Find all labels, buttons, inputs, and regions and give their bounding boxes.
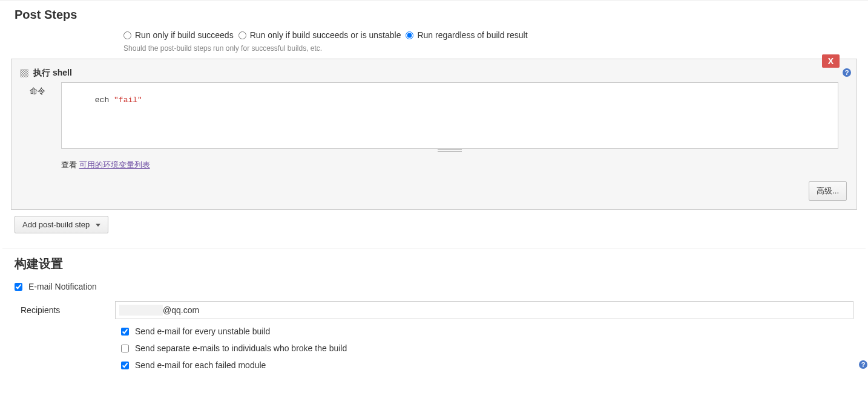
help-icon[interactable]: ?: [842, 68, 852, 77]
post-steps-title: Post Steps: [0, 1, 868, 28]
radio-succeeds-input[interactable]: [123, 31, 131, 39]
email-notification-label: E-mail Notification: [28, 282, 97, 291]
email-unstable-row[interactable]: Send e-mail for every unstable build: [15, 323, 853, 340]
drag-handle-icon[interactable]: [20, 69, 28, 77]
recipients-input[interactable]: @qq.com: [115, 301, 853, 319]
svg-text:?: ?: [845, 69, 849, 76]
radio-regardless-input[interactable]: [406, 31, 413, 39]
radio-regardless-label: Run regardless of build result: [417, 30, 527, 40]
svg-text:?: ?: [861, 361, 866, 368]
help-icon[interactable]: ?: [858, 360, 868, 371]
post-steps-help-text: Should the post-build steps run only for…: [0, 42, 868, 59]
radio-succeeds-unstable-label: Run only if build succeeds or is unstabl…: [250, 30, 401, 40]
env-link-prefix: 查看: [61, 160, 79, 169]
add-post-build-step-label: Add post-build step: [22, 220, 90, 229]
env-link-row: 查看 可用的环境变量列表: [18, 152, 850, 170]
radio-succeeds-label: Run only if build succeeds: [135, 30, 234, 40]
email-notification-toggle[interactable]: E-mail Notification: [15, 278, 853, 295]
email-broke-label: Send separate e-mails to individuals who…: [135, 343, 347, 353]
env-vars-link[interactable]: 可用的环境变量列表: [79, 160, 150, 169]
email-notification-checkbox[interactable]: [15, 283, 22, 291]
radio-succeeds-unstable-input[interactable]: [238, 31, 246, 39]
shell-step-title: 执行 shell: [33, 68, 72, 79]
email-broke-checkbox[interactable]: [121, 345, 129, 352]
email-unstable-label: Send e-mail for every unstable build: [135, 326, 270, 336]
command-textarea[interactable]: ech "fail": [61, 82, 838, 149]
recipients-label: Recipients: [21, 305, 115, 315]
email-failed-module-checkbox[interactable]: [121, 362, 129, 369]
radio-regardless[interactable]: Run regardless of build result: [406, 30, 527, 40]
email-failed-module-label: Send e-mail for each failed module: [135, 360, 266, 370]
radio-succeeds-unstable[interactable]: Run only if build succeeds or is unstabl…: [238, 30, 401, 40]
email-broke-row[interactable]: Send separate e-mails to individuals who…: [15, 340, 853, 357]
remove-step-button[interactable]: X: [822, 54, 840, 68]
command-label: 命令: [30, 82, 61, 149]
shell-step-header[interactable]: 执行 shell: [18, 64, 850, 82]
chevron-down-icon: [96, 224, 100, 227]
redacted-text: [119, 305, 163, 316]
email-failed-module-row[interactable]: Send e-mail for each failed module: [15, 357, 853, 374]
add-post-build-step-button[interactable]: Add post-build step: [15, 216, 108, 233]
post-steps-run-condition: Run only if build succeeds Run only if b…: [0, 28, 868, 42]
advanced-button[interactable]: 高级...: [809, 181, 847, 201]
email-unstable-checkbox[interactable]: [121, 328, 129, 336]
build-settings-title: 构建设置: [0, 248, 868, 278]
radio-succeeds[interactable]: Run only if build succeeds: [123, 30, 234, 40]
shell-step-block: X ? 执行 shell 命令 ech "fail" 查看 可用的环境变量列表 …: [11, 59, 857, 210]
recipients-tail: @qq.com: [163, 305, 199, 315]
